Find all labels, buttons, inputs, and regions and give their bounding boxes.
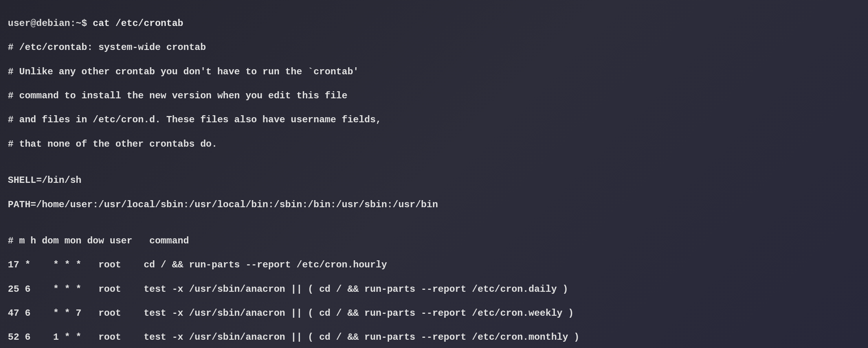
prompt-user: user xyxy=(8,18,31,29)
output-line: # m h dom mon dow user command xyxy=(8,235,860,247)
terminal[interactable]: user@debian:~$ cat /etc/crontab # /etc/c… xyxy=(8,6,860,348)
prompt-host: debian xyxy=(36,18,70,29)
output-line: # and files in /etc/cron.d. These files … xyxy=(8,114,860,126)
command-text: cat /etc/crontab xyxy=(93,18,183,29)
prompt-path: ~ xyxy=(76,18,81,29)
output-line: 52 6 1 * * root test -x /usr/sbin/anacro… xyxy=(8,331,860,344)
prompt-dollar: $ xyxy=(81,18,93,29)
output-line: # command to install the new version whe… xyxy=(8,90,860,102)
output-line: PATH=/home/user:/usr/local/sbin:/usr/loc… xyxy=(8,199,860,211)
output-line: 25 6 * * * root test -x /usr/sbin/anacro… xyxy=(8,284,860,296)
prompt-colon: : xyxy=(70,18,75,29)
output-line: # that none of the other crontabs do. xyxy=(8,138,860,151)
prompt-line-1: user@debian:~$ cat /etc/crontab xyxy=(8,18,860,30)
output-line: 47 6 * * 7 root test -x /usr/sbin/anacro… xyxy=(8,307,860,320)
prompt-at: @ xyxy=(31,18,36,29)
output-line: SHELL=/bin/sh xyxy=(8,175,860,187)
output-line: 17 * * * * root cd / && run-parts --repo… xyxy=(8,259,860,271)
output-line: # /etc/crontab: system-wide crontab xyxy=(8,42,860,54)
output-line: # Unlike any other crontab you don't hav… xyxy=(8,66,860,78)
